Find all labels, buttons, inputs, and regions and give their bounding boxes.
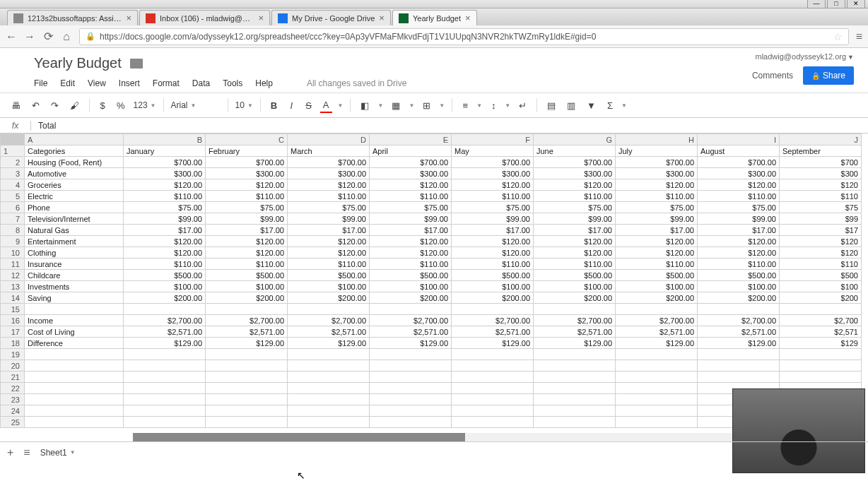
cell[interactable]: $75.00 — [124, 202, 206, 213]
cell[interactable] — [616, 405, 698, 417]
cell[interactable]: $99.00 — [452, 213, 534, 225]
cell[interactable]: $75.00 — [206, 202, 288, 213]
cell[interactable] — [534, 304, 616, 315]
cell[interactable] — [124, 372, 206, 383]
cell[interactable]: $120.00 — [616, 236, 698, 247]
cell[interactable] — [25, 383, 124, 394]
menu-tools[interactable]: Tools — [223, 78, 242, 88]
cell[interactable]: Groceries — [25, 179, 124, 191]
cell[interactable] — [124, 304, 206, 315]
row-header[interactable]: 9 — [1, 236, 25, 247]
cell[interactable]: $100 — [780, 281, 862, 292]
column-header[interactable]: B — [124, 134, 206, 145]
tab-drive[interactable]: My Drive - Google Drive× — [271, 10, 391, 25]
account-menu[interactable]: mladwig@odysseyk12.org▼ — [756, 52, 854, 61]
cell[interactable] — [452, 383, 534, 394]
cell[interactable]: $110.00 — [534, 191, 616, 202]
chevron-down-icon[interactable]: ▼ — [377, 102, 383, 109]
cell[interactable]: $500.00 — [534, 270, 616, 281]
cell[interactable]: Categories — [25, 145, 124, 157]
font-size-select[interactable]: 10▼ — [235, 100, 253, 110]
cell[interactable]: $300 — [780, 168, 862, 179]
cell[interactable] — [206, 360, 288, 372]
bookmark-star-icon[interactable]: ☆ — [833, 31, 843, 42]
row-header[interactable]: 12 — [1, 270, 25, 281]
cell[interactable]: $100.00 — [288, 281, 370, 292]
cell[interactable] — [206, 394, 288, 405]
row-header[interactable]: 19 — [1, 349, 25, 360]
row-header[interactable]: 14 — [1, 292, 25, 304]
cell[interactable] — [370, 405, 452, 417]
cell[interactable]: $300.00 — [288, 168, 370, 179]
row-header[interactable]: 23 — [1, 394, 25, 405]
fill-color-icon[interactable]: ◧ — [358, 99, 372, 112]
cell[interactable] — [616, 394, 698, 405]
chevron-down-icon[interactable]: ▼ — [439, 102, 445, 109]
cell[interactable]: $17.00 — [534, 225, 616, 236]
column-header[interactable]: E — [370, 134, 452, 145]
tab-assignments[interactable]: 1213s2bussoftapps: Assignr× — [7, 10, 138, 25]
cell[interactable]: $120.00 — [370, 179, 452, 191]
cell[interactable]: $120.00 — [288, 179, 370, 191]
cell[interactable]: $700.00 — [206, 157, 288, 168]
cell[interactable]: June — [534, 145, 616, 157]
cell[interactable]: $99.00 — [206, 213, 288, 225]
cell[interactable]: $2,571.00 — [124, 326, 206, 338]
chevron-down-icon[interactable]: ▼ — [338, 102, 344, 109]
cell[interactable]: $2,571 — [780, 326, 862, 338]
cell[interactable]: $700.00 — [616, 157, 698, 168]
row-header[interactable]: 1 — [1, 145, 25, 157]
cell[interactable] — [288, 417, 370, 428]
cell[interactable] — [534, 372, 616, 383]
cell[interactable]: $110.00 — [616, 191, 698, 202]
cell[interactable]: $120 — [780, 236, 862, 247]
cell[interactable] — [534, 405, 616, 417]
row-header[interactable]: 15 — [1, 304, 25, 315]
reload-button[interactable]: ⟳ — [42, 30, 54, 43]
cell[interactable]: $99.00 — [698, 213, 780, 225]
cell[interactable]: $300.00 — [124, 168, 206, 179]
cell[interactable]: $100.00 — [534, 281, 616, 292]
cell[interactable]: $99.00 — [288, 213, 370, 225]
cell[interactable]: $2,571.00 — [370, 326, 452, 338]
cell[interactable] — [124, 405, 206, 417]
cell[interactable]: Natural Gas — [25, 225, 124, 236]
cell[interactable] — [206, 372, 288, 383]
cell[interactable] — [370, 360, 452, 372]
row-header[interactable]: 7 — [1, 213, 25, 225]
tab-yearly-budget[interactable]: Yearly Budget× — [392, 10, 477, 25]
chevron-down-icon[interactable]: ▼ — [621, 102, 627, 109]
cell[interactable]: $100.00 — [616, 281, 698, 292]
cell[interactable]: $2,700.00 — [616, 315, 698, 326]
cell[interactable]: $120.00 — [452, 247, 534, 259]
cell[interactable] — [370, 383, 452, 394]
row-header[interactable]: 10 — [1, 247, 25, 259]
cell[interactable] — [534, 360, 616, 372]
menu-view[interactable]: View — [88, 78, 106, 88]
cell[interactable]: $120.00 — [370, 247, 452, 259]
font-family-select[interactable]: Arial▼ — [171, 100, 221, 110]
cell[interactable]: Television/Internet — [25, 213, 124, 225]
cell[interactable]: $99.00 — [616, 213, 698, 225]
cell[interactable] — [206, 304, 288, 315]
cell[interactable]: $2,571.00 — [698, 326, 780, 338]
bold-button[interactable]: B — [268, 99, 280, 112]
cell[interactable]: $2,571.00 — [206, 326, 288, 338]
cell[interactable]: May — [452, 145, 534, 157]
cell[interactable]: $129.00 — [124, 338, 206, 349]
cell[interactable]: $120.00 — [698, 247, 780, 259]
cell[interactable]: $120.00 — [698, 179, 780, 191]
cell[interactable]: Cost of Living — [25, 326, 124, 338]
cell[interactable] — [124, 394, 206, 405]
cell[interactable]: $700.00 — [370, 157, 452, 168]
cell[interactable]: $99.00 — [534, 213, 616, 225]
cell[interactable]: $120.00 — [206, 247, 288, 259]
cell[interactable]: $200.00 — [206, 292, 288, 304]
cell[interactable]: $500.00 — [370, 270, 452, 281]
cell[interactable]: $700.00 — [534, 157, 616, 168]
cell[interactable]: $200 — [780, 292, 862, 304]
cell[interactable] — [698, 349, 780, 360]
cell[interactable] — [780, 360, 862, 372]
cell[interactable]: $129.00 — [288, 338, 370, 349]
minimize-button[interactable]: — — [807, 0, 826, 8]
